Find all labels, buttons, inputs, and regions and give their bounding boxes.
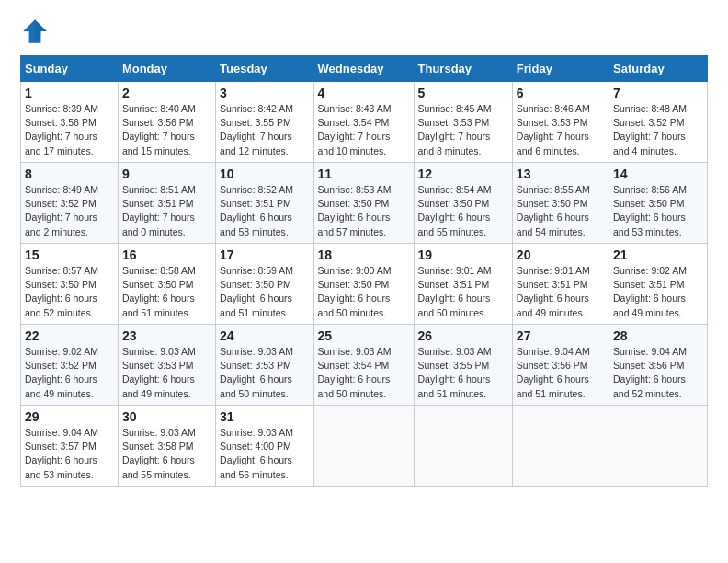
day-number: 19 xyxy=(418,247,508,262)
calendar-day-cell: 31Sunrise: 9:03 AM Sunset: 4:00 PM Dayli… xyxy=(216,406,313,487)
calendar-day-cell: 14Sunrise: 8:56 AM Sunset: 3:50 PM Dayli… xyxy=(609,163,707,244)
day-number: 18 xyxy=(318,247,410,262)
calendar-day-cell: 9Sunrise: 8:51 AM Sunset: 3:51 PM Daylig… xyxy=(118,163,215,244)
weekday-header-cell: Wednesday xyxy=(313,56,414,82)
calendar-day-cell: 23Sunrise: 9:03 AM Sunset: 3:53 PM Dayli… xyxy=(118,325,215,406)
day-number: 5 xyxy=(418,86,508,100)
day-number: 26 xyxy=(418,328,508,343)
weekday-header-cell: Friday xyxy=(512,56,609,82)
day-info: Sunrise: 9:02 AM Sunset: 3:51 PM Dayligh… xyxy=(613,264,703,320)
calendar-day-cell: 10Sunrise: 8:52 AM Sunset: 3:51 PM Dayli… xyxy=(216,163,313,244)
calendar-week-row: 22Sunrise: 9:02 AM Sunset: 3:52 PM Dayli… xyxy=(21,325,708,406)
weekday-header-cell: Tuesday xyxy=(216,56,313,82)
day-info: Sunrise: 8:49 AM Sunset: 3:52 PM Dayligh… xyxy=(25,183,114,239)
day-info: Sunrise: 9:01 AM Sunset: 3:51 PM Dayligh… xyxy=(418,264,508,320)
calendar-day-cell: 20Sunrise: 9:01 AM Sunset: 3:51 PM Dayli… xyxy=(512,244,609,325)
day-info: Sunrise: 9:04 AM Sunset: 3:56 PM Dayligh… xyxy=(517,345,605,401)
day-number: 27 xyxy=(517,328,605,343)
calendar-day-cell xyxy=(512,406,609,487)
day-info: Sunrise: 8:46 AM Sunset: 3:53 PM Dayligh… xyxy=(517,102,605,158)
day-number: 11 xyxy=(318,167,410,181)
day-info: Sunrise: 9:04 AM Sunset: 3:56 PM Dayligh… xyxy=(613,345,703,401)
weekday-header-cell: Sunday xyxy=(21,56,119,82)
calendar-day-cell: 21Sunrise: 9:02 AM Sunset: 3:51 PM Dayli… xyxy=(609,244,707,325)
day-info: Sunrise: 9:03 AM Sunset: 3:55 PM Dayligh… xyxy=(418,345,508,401)
day-number: 16 xyxy=(122,247,211,262)
day-info: Sunrise: 8:53 AM Sunset: 3:50 PM Dayligh… xyxy=(318,183,410,239)
day-number: 29 xyxy=(25,409,114,424)
day-number: 17 xyxy=(220,247,309,262)
calendar-body: 1Sunrise: 8:39 AM Sunset: 3:56 PM Daylig… xyxy=(21,82,708,487)
calendar-day-cell: 3Sunrise: 8:42 AM Sunset: 3:55 PM Daylig… xyxy=(216,82,313,163)
day-number: 10 xyxy=(220,167,309,181)
calendar-day-cell: 28Sunrise: 9:04 AM Sunset: 3:56 PM Dayli… xyxy=(609,325,707,406)
day-info: Sunrise: 8:40 AM Sunset: 3:56 PM Dayligh… xyxy=(122,102,211,158)
day-number: 9 xyxy=(122,167,211,181)
day-number: 20 xyxy=(517,247,605,262)
day-info: Sunrise: 9:03 AM Sunset: 3:54 PM Dayligh… xyxy=(318,345,410,401)
day-info: Sunrise: 8:56 AM Sunset: 3:50 PM Dayligh… xyxy=(613,183,703,239)
day-info: Sunrise: 9:03 AM Sunset: 3:53 PM Dayligh… xyxy=(122,345,211,401)
day-info: Sunrise: 8:51 AM Sunset: 3:51 PM Dayligh… xyxy=(122,183,211,239)
day-number: 22 xyxy=(25,328,114,343)
day-number: 12 xyxy=(418,167,508,181)
day-info: Sunrise: 9:03 AM Sunset: 3:58 PM Dayligh… xyxy=(122,426,211,482)
day-number: 7 xyxy=(613,86,703,100)
logo-icon xyxy=(20,17,50,46)
day-number: 25 xyxy=(318,328,410,343)
day-info: Sunrise: 8:58 AM Sunset: 3:50 PM Dayligh… xyxy=(122,264,211,320)
calendar-day-cell: 7Sunrise: 8:48 AM Sunset: 3:52 PM Daylig… xyxy=(609,82,707,163)
day-number: 23 xyxy=(122,328,211,343)
calendar-day-cell xyxy=(313,406,414,487)
day-number: 3 xyxy=(220,86,309,100)
day-info: Sunrise: 9:01 AM Sunset: 3:51 PM Dayligh… xyxy=(517,264,605,320)
calendar-day-cell: 2Sunrise: 8:40 AM Sunset: 3:56 PM Daylig… xyxy=(118,82,215,163)
calendar-table: SundayMondayTuesdayWednesdayThursdayFrid… xyxy=(20,55,708,487)
day-info: Sunrise: 8:45 AM Sunset: 3:53 PM Dayligh… xyxy=(418,102,508,158)
calendar-day-cell: 12Sunrise: 8:54 AM Sunset: 3:50 PM Dayli… xyxy=(414,163,512,244)
day-number: 4 xyxy=(318,86,410,100)
day-info: Sunrise: 8:42 AM Sunset: 3:55 PM Dayligh… xyxy=(220,102,309,158)
calendar-day-cell: 19Sunrise: 9:01 AM Sunset: 3:51 PM Dayli… xyxy=(414,244,512,325)
day-number: 28 xyxy=(613,328,703,343)
day-info: Sunrise: 8:43 AM Sunset: 3:54 PM Dayligh… xyxy=(318,102,410,158)
day-info: Sunrise: 8:55 AM Sunset: 3:50 PM Dayligh… xyxy=(517,183,605,239)
day-info: Sunrise: 8:54 AM Sunset: 3:50 PM Dayligh… xyxy=(418,183,508,239)
calendar-week-row: 1Sunrise: 8:39 AM Sunset: 3:56 PM Daylig… xyxy=(21,82,708,163)
calendar-day-cell: 24Sunrise: 9:03 AM Sunset: 3:53 PM Dayli… xyxy=(216,325,313,406)
day-number: 1 xyxy=(25,86,114,100)
day-info: Sunrise: 8:59 AM Sunset: 3:50 PM Dayligh… xyxy=(220,264,309,320)
day-number: 13 xyxy=(517,167,605,181)
logo xyxy=(20,17,53,46)
calendar-day-cell: 5Sunrise: 8:45 AM Sunset: 3:53 PM Daylig… xyxy=(414,82,512,163)
svg-marker-1 xyxy=(35,19,47,43)
page: SundayMondayTuesdayWednesdayThursdayFrid… xyxy=(0,0,728,496)
day-number: 6 xyxy=(517,86,605,100)
day-number: 8 xyxy=(25,167,114,181)
day-number: 31 xyxy=(220,409,309,424)
calendar-day-cell: 6Sunrise: 8:46 AM Sunset: 3:53 PM Daylig… xyxy=(512,82,609,163)
header xyxy=(20,17,708,46)
calendar-day-cell xyxy=(414,406,512,487)
calendar-day-cell: 30Sunrise: 9:03 AM Sunset: 3:58 PM Dayli… xyxy=(118,406,215,487)
calendar-day-cell: 1Sunrise: 8:39 AM Sunset: 3:56 PM Daylig… xyxy=(21,82,119,163)
weekday-header-row: SundayMondayTuesdayWednesdayThursdayFrid… xyxy=(21,56,708,82)
day-number: 24 xyxy=(220,328,309,343)
calendar-day-cell: 18Sunrise: 9:00 AM Sunset: 3:50 PM Dayli… xyxy=(313,244,414,325)
day-number: 15 xyxy=(25,247,114,262)
calendar-day-cell: 29Sunrise: 9:04 AM Sunset: 3:57 PM Dayli… xyxy=(21,406,119,487)
calendar-day-cell: 8Sunrise: 8:49 AM Sunset: 3:52 PM Daylig… xyxy=(21,163,119,244)
calendar-week-row: 29Sunrise: 9:04 AM Sunset: 3:57 PM Dayli… xyxy=(21,406,708,487)
weekday-header-cell: Thursday xyxy=(414,56,512,82)
day-number: 14 xyxy=(613,167,703,181)
weekday-header-cell: Monday xyxy=(118,56,215,82)
calendar-day-cell: 25Sunrise: 9:03 AM Sunset: 3:54 PM Dayli… xyxy=(313,325,414,406)
day-info: Sunrise: 9:00 AM Sunset: 3:50 PM Dayligh… xyxy=(318,264,410,320)
day-info: Sunrise: 9:04 AM Sunset: 3:57 PM Dayligh… xyxy=(25,426,114,482)
calendar-day-cell: 16Sunrise: 8:58 AM Sunset: 3:50 PM Dayli… xyxy=(118,244,215,325)
day-info: Sunrise: 9:03 AM Sunset: 3:53 PM Dayligh… xyxy=(220,345,309,401)
day-number: 30 xyxy=(122,409,211,424)
day-info: Sunrise: 8:57 AM Sunset: 3:50 PM Dayligh… xyxy=(25,264,114,320)
day-info: Sunrise: 8:39 AM Sunset: 3:56 PM Dayligh… xyxy=(25,102,114,158)
day-number: 2 xyxy=(122,86,211,100)
